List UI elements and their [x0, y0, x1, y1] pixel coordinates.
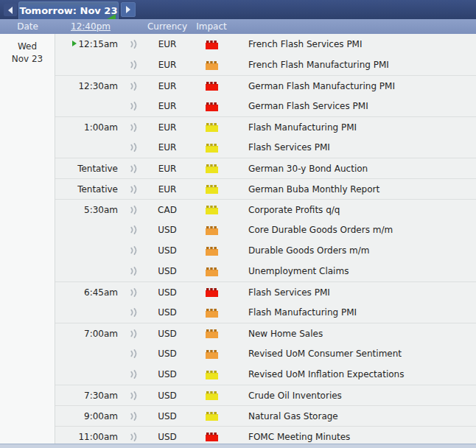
alert-sound-icon[interactable] — [129, 349, 139, 359]
impact-cell — [189, 164, 234, 173]
alert-sound-icon[interactable] — [129, 39, 139, 49]
event-row[interactable]: EUR German Flash Services PMI — [55, 96, 476, 116]
event-currency: EUR — [145, 184, 189, 195]
event-name[interactable]: French Flash Manufacturing PMI — [234, 60, 476, 70]
alert-sound-icon[interactable] — [129, 101, 139, 111]
impact-cell — [189, 205, 234, 214]
event-row[interactable]: 12:30am EUR German Flash Manufacturing P… — [55, 75, 476, 96]
impact-icon — [206, 246, 218, 256]
event-name[interactable]: Crude Oil Inventories — [234, 391, 476, 401]
event-row[interactable]: 9:00am USD Natural Gas Storage — [55, 405, 476, 426]
impact-cell — [189, 308, 234, 318]
event-currency: USD — [145, 225, 189, 235]
alert-sound-icon[interactable] — [129, 142, 139, 153]
speaker-cell — [122, 142, 145, 153]
event-name[interactable]: French Flash Services PMI — [234, 39, 476, 49]
event-time: Tentative — [55, 184, 122, 195]
event-name[interactable]: German Flash Manufacturing PMI — [234, 81, 476, 91]
event-row[interactable]: USD Unemployment Claims — [55, 261, 476, 281]
event-row[interactable]: 12:15am EUR French Flash Services PMI — [55, 34, 476, 55]
event-name[interactable]: Unemployment Claims — [234, 266, 476, 276]
next-day-button[interactable] — [121, 2, 136, 17]
alert-sound-icon[interactable] — [129, 432, 139, 442]
alert-sound-icon[interactable] — [129, 164, 139, 174]
event-name[interactable]: Revised UoM Consumer Sentiment — [234, 349, 476, 359]
event-name[interactable]: Flash Services PMI — [234, 287, 476, 298]
event-row[interactable]: USD Durable Goods Orders m/m — [55, 240, 476, 261]
alert-sound-icon[interactable] — [129, 411, 139, 421]
speaker-cell — [122, 369, 145, 379]
alert-sound-icon[interactable] — [129, 287, 139, 298]
event-name[interactable]: Natural Gas Storage — [234, 411, 476, 421]
event-time: 12:15am — [55, 39, 122, 49]
event-name[interactable]: German Buba Monthly Report — [234, 184, 476, 195]
event-name[interactable]: German 30-y Bond Auction — [234, 164, 476, 174]
event-name[interactable]: Flash Manufacturing PMI — [234, 122, 476, 133]
impact-cell — [189, 329, 234, 338]
current-time-link[interactable]: 12:40pm — [55, 21, 122, 32]
alert-sound-icon[interactable] — [129, 329, 139, 339]
event-row[interactable]: EUR French Flash Manufacturing PMI — [55, 55, 476, 75]
event-row[interactable]: 7:30am USD Crude Oil Inventories — [55, 385, 476, 405]
event-row[interactable]: USD Flash Manufacturing PMI — [55, 302, 476, 323]
speaker-cell — [122, 245, 145, 256]
date-label: Nov 23 — [0, 53, 55, 66]
alert-sound-icon[interactable] — [129, 81, 139, 91]
event-name[interactable]: Durable Goods Orders m/m — [234, 245, 476, 256]
event-name[interactable]: Core Durable Goods Orders m/m — [234, 225, 476, 235]
alert-sound-icon[interactable] — [129, 122, 139, 133]
event-currency: USD — [145, 411, 189, 421]
event-row[interactable]: USD Core Durable Goods Orders m/m — [55, 220, 476, 240]
event-name[interactable]: Flash Manufacturing PMI — [234, 307, 476, 318]
event-row[interactable]: 7:00am USD New Home Sales — [55, 323, 476, 343]
event-row[interactable]: USD Revised UoM Consumer Sentiment — [55, 343, 476, 364]
event-time: Tentative — [55, 164, 122, 174]
alert-sound-icon[interactable] — [129, 60, 139, 70]
event-currency: USD — [145, 432, 189, 442]
impact-cell — [189, 40, 234, 49]
date-weekday: Wed — [0, 41, 55, 53]
event-currency: EUR — [145, 142, 189, 153]
column-header-row: Date 12:40pm Currency Impact — [0, 19, 476, 34]
event-name[interactable]: FOMC Meeting Minutes — [234, 432, 476, 442]
event-name[interactable]: German Flash Services PMI — [234, 101, 476, 111]
alert-sound-icon[interactable] — [129, 307, 139, 318]
speaker-cell — [122, 349, 145, 359]
event-row[interactable]: 1:00am EUR Flash Manufacturing PMI — [55, 116, 476, 137]
alert-sound-icon[interactable] — [129, 205, 139, 215]
impact-icon — [206, 432, 218, 441]
alert-sound-icon[interactable] — [129, 369, 139, 379]
speaker-cell — [122, 184, 145, 195]
impact-icon — [206, 205, 218, 214]
event-currency: EUR — [145, 122, 189, 133]
event-row[interactable]: USD Revised UoM Inflation Expectations — [55, 364, 476, 385]
event-name[interactable]: Flash Services PMI — [234, 142, 476, 153]
impact-icon — [206, 40, 218, 49]
event-row[interactable]: EUR Flash Services PMI — [55, 137, 476, 158]
impact-icon — [206, 184, 218, 194]
event-currency: USD — [145, 266, 189, 276]
alert-sound-icon[interactable] — [129, 225, 139, 235]
chevron-left-icon — [8, 7, 13, 14]
event-name[interactable]: Corporate Profits q/q — [234, 205, 476, 215]
alert-sound-icon[interactable] — [129, 391, 139, 401]
event-row[interactable]: 5:30am CAD Corporate Profits q/q — [55, 199, 476, 220]
impact-icon — [206, 122, 218, 132]
impact-icon — [206, 308, 218, 318]
event-row[interactable]: 6:45am USD Flash Services PMI — [55, 281, 476, 302]
alert-sound-icon[interactable] — [129, 266, 139, 276]
event-row[interactable]: Tentative EUR German Buba Monthly Report — [55, 178, 476, 199]
event-time: 7:30am — [55, 391, 122, 401]
event-row[interactable]: Tentative EUR German 30-y Bond Auction — [55, 158, 476, 178]
day-tab[interactable]: Tomorrow: Nov 23 — [18, 1, 119, 19]
alert-sound-icon[interactable] — [129, 245, 139, 256]
prev-day-button[interactable] — [4, 4, 17, 16]
event-name[interactable]: New Home Sales — [234, 329, 476, 339]
event-currency: USD — [145, 391, 189, 401]
event-name[interactable]: Revised UoM Inflation Expectations — [234, 369, 476, 379]
date-cell: Wed Nov 23 — [0, 34, 55, 448]
speaker-cell — [122, 287, 145, 298]
impact-icon — [206, 225, 218, 235]
event-time: 12:30am — [55, 81, 122, 91]
alert-sound-icon[interactable] — [129, 184, 139, 195]
